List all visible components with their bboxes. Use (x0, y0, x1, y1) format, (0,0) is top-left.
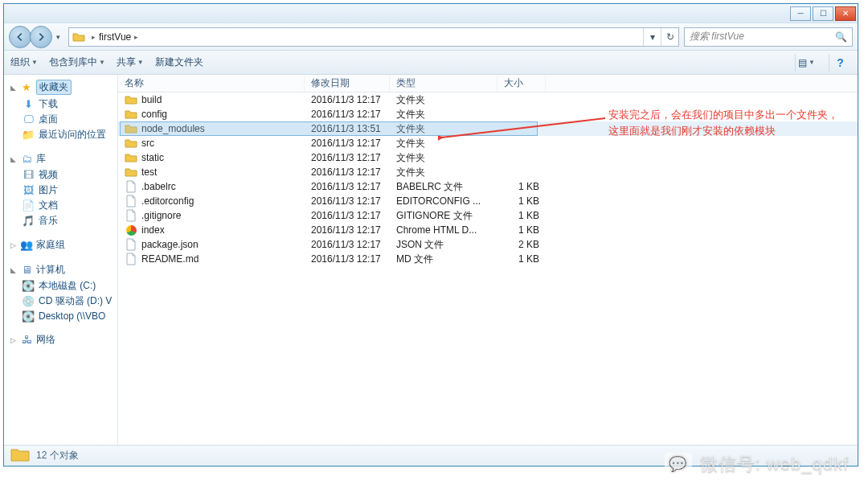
share-menu[interactable]: 共享▼ (117, 55, 144, 69)
nav-label: 家庭组 (36, 238, 65, 252)
search-placeholder: 搜索 firstVue (690, 30, 744, 43)
nav-label: 计算机 (36, 263, 65, 277)
file-size: 1 KB (497, 195, 546, 207)
file-date: 2016/11/3 12:17 (305, 253, 390, 265)
new-folder-button[interactable]: 新建文件夹 (155, 55, 203, 69)
forward-button[interactable] (30, 26, 52, 48)
titlebar: ─ ☐ ✕ (4, 4, 858, 23)
address-bar[interactable]: ▸ firstVue ▸ ▾ ↻ (68, 27, 679, 47)
nav-item[interactable]: 💿CD 驱动器 (D:) V (6, 294, 116, 309)
folder-icon (125, 93, 137, 106)
file-name: package.json (141, 239, 199, 250)
nav-item-label: 视频 (39, 168, 58, 182)
help-button[interactable]: ? (829, 54, 851, 72)
file-name: .gitignore (141, 210, 181, 221)
view-mode-button[interactable]: ▤▼ (795, 54, 817, 72)
nav-group-favorites: ◣ ★ 收藏夹 ⬇下载🖵桌面📁最近访问的位置 (6, 78, 116, 142)
breadcrumb-seg[interactable]: ▸ firstVue ▸ (87, 28, 143, 46)
organize-menu[interactable]: 组织▼ (10, 55, 38, 69)
nav-label: 网络 (36, 333, 55, 347)
nav-head-homegroup[interactable]: ▷ 👥 家庭组 (6, 236, 116, 253)
nav-item[interactable]: 🎞视频 (6, 167, 116, 183)
nav-item[interactable]: 💽Desktop (\\VBO (6, 309, 116, 323)
maximize-button[interactable]: ☐ (813, 6, 833, 21)
table-row[interactable]: build2016/11/3 12:17文件夹 (118, 92, 858, 107)
table-row[interactable]: package.json2016/11/3 12:17JSON 文件2 KB (118, 237, 858, 252)
folder-icon (125, 122, 137, 135)
nav-item[interactable]: 💽本地磁盘 (C:) (6, 278, 116, 294)
back-button[interactable] (9, 26, 31, 48)
table-row[interactable]: .gitignore2016/11/3 12:17GITIGNORE 文件1 K… (118, 208, 858, 223)
table-row[interactable]: config2016/11/3 12:17文件夹 (118, 107, 858, 121)
nav-label: 库 (36, 152, 46, 166)
table-row[interactable]: index2016/11/3 12:17Chrome HTML D...1 KB (118, 223, 858, 237)
file-list[interactable]: build2016/11/3 12:17文件夹config2016/11/3 1… (118, 92, 858, 445)
nav-item-label: 下载 (39, 97, 58, 111)
nav-item-label: 文档 (39, 199, 58, 212)
nav-item-icon: 💽 (22, 310, 35, 323)
minimize-button[interactable]: ─ (790, 6, 811, 21)
network-icon: 🖧 (20, 334, 33, 347)
chevron-down-icon: ▼ (99, 59, 105, 66)
folder-icon (10, 446, 30, 466)
col-type[interactable]: 类型 (390, 75, 497, 92)
wechat-icon: 💬 (665, 453, 692, 475)
nav-item-icon: 🎞 (22, 169, 35, 182)
search-input[interactable]: 搜索 firstVue 🔍 (684, 27, 853, 47)
table-row[interactable]: src2016/11/3 12:17文件夹 (118, 136, 858, 150)
table-row[interactable]: test2016/11/3 12:17文件夹 (118, 165, 858, 179)
nav-buttons: ▾ (9, 26, 63, 48)
col-name[interactable]: 名称 (118, 75, 305, 92)
disclosure-triangle-icon: ◣ (9, 155, 17, 163)
nav-item[interactable]: 🖵桌面 (6, 112, 116, 127)
file-date: 2016/11/3 12:17 (305, 138, 390, 149)
file-date: 2016/11/3 12:17 (305, 239, 390, 250)
nav-item[interactable]: 🖼图片 (6, 183, 116, 198)
chrome-icon (125, 224, 137, 236)
file-type: 文件夹 (390, 93, 497, 107)
nav-head-network[interactable]: ▷ 🖧 网络 (6, 331, 116, 348)
nav-item[interactable]: 🎵音乐 (6, 213, 116, 228)
table-row[interactable]: .babelrc2016/11/3 12:17BABELRC 文件1 KB (118, 179, 858, 194)
col-size[interactable]: 大小 (497, 75, 546, 92)
nav-history-dropdown[interactable]: ▾ (52, 26, 63, 48)
file-name: .babelrc (141, 181, 176, 192)
chevron-right-icon: ▸ (134, 33, 138, 41)
file-type: 文件夹 (390, 151, 497, 165)
file-name: build (141, 94, 162, 105)
table-row[interactable]: .editorconfig2016/11/3 12:17EDITORCONFIG… (118, 194, 858, 208)
nav-item[interactable]: ⬇下载 (6, 97, 116, 112)
folder-icon (125, 137, 137, 150)
file-name: config (141, 109, 167, 120)
nav-item[interactable]: 📁最近访问的位置 (6, 127, 116, 142)
nav-label: 收藏夹 (36, 80, 72, 95)
close-button[interactable]: ✕ (835, 6, 856, 21)
nav-head-favorites[interactable]: ◣ ★ 收藏夹 (6, 78, 116, 97)
nav-head-libraries[interactable]: ◣ 🗂 库 (6, 150, 116, 167)
file-type: MD 文件 (390, 253, 497, 266)
table-row[interactable]: static2016/11/3 12:17文件夹 (118, 150, 858, 165)
refresh-button[interactable]: ↻ (661, 28, 678, 46)
nav-item-label: 本地磁盘 (C:) (39, 279, 96, 293)
list-view-icon: ▤ (798, 57, 807, 68)
folder-icon (125, 166, 137, 179)
column-headers: 名称 修改日期 类型 大小 (118, 75, 858, 92)
nav-item-label: 最近访问的位置 (39, 128, 106, 142)
file-size: 1 KB (497, 181, 546, 192)
table-row[interactable]: README.md2016/11/3 12:17MD 文件1 KB (118, 252, 858, 266)
arrow-right-icon (35, 31, 47, 43)
file-icon (125, 238, 137, 251)
file-date: 2016/11/3 12:17 (305, 210, 390, 221)
table-row[interactable]: node_modules2016/11/3 13:51文件夹 (118, 121, 858, 136)
nav-item-label: CD 驱动器 (D:) V (39, 294, 112, 308)
nav-head-computer[interactable]: ◣ 🖥 计算机 (6, 261, 116, 278)
nav-item[interactable]: 📄文档 (6, 198, 116, 213)
file-date: 2016/11/3 12:17 (305, 195, 390, 207)
folder-icon (125, 108, 137, 121)
col-date[interactable]: 修改日期 (305, 75, 390, 92)
include-in-library-menu[interactable]: 包含到库中▼ (49, 55, 105, 69)
body: ◣ ★ 收藏夹 ⬇下载🖵桌面📁最近访问的位置 ◣ 🗂 库 🎞视频🖼图片📄文档🎵音… (4, 75, 858, 445)
disclosure-triangle-icon: ▷ (9, 336, 17, 344)
address-dropdown[interactable]: ▾ (643, 28, 661, 46)
library-icon: 🗂 (20, 153, 33, 166)
